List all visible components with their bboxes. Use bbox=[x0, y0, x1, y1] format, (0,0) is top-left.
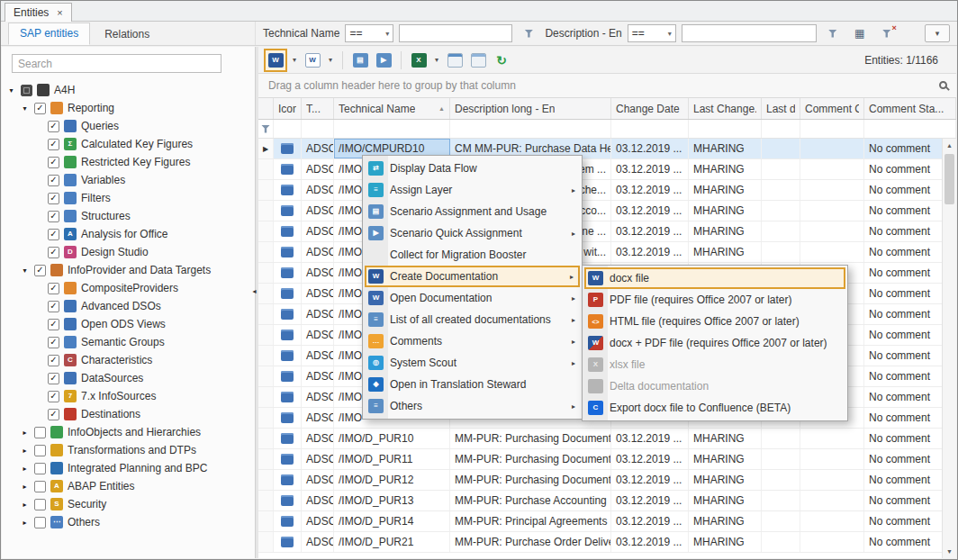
tree-item-queries[interactable]: ✓Queries bbox=[2, 117, 255, 135]
refresh-button[interactable]: ↻ bbox=[491, 50, 512, 71]
tree-item-structures[interactable]: ✓Structures bbox=[2, 207, 255, 225]
description-filter-input[interactable] bbox=[682, 24, 817, 42]
menu-item-docx-file[interactable]: Wdocx file bbox=[584, 267, 845, 289]
filter-cell-last-doc[interactable] bbox=[762, 120, 800, 138]
checkbox-checked[interactable]: ✓ bbox=[48, 319, 59, 330]
menu-item-pdf-file-requires-office-2007-or-later[interactable]: PPDF file (requires Office 2007 or later… bbox=[584, 289, 845, 311]
column-chooser-button[interactable]: ▦ bbox=[849, 23, 871, 43]
table-row[interactable]: ADSO/IMO/D_PUR21MM-PUR: Purchase Order D… bbox=[258, 532, 956, 553]
tree-item-calculated-key-figures[interactable]: ✓ΣCalculated Key Figures bbox=[2, 135, 255, 153]
filter-cell-t[interactable] bbox=[302, 120, 334, 138]
tree-item-integrated-planning-and-bpc[interactable]: ▸Integrated Planning and BPC bbox=[2, 459, 255, 477]
checkbox-checked[interactable]: ✓ bbox=[48, 283, 59, 294]
checkbox-checked[interactable]: ✓ bbox=[48, 337, 59, 348]
create-docx-button-dropdown[interactable]: ▾ bbox=[289, 56, 300, 64]
filter-cell-description-long-en[interactable] bbox=[450, 120, 611, 138]
scroll-up-icon[interactable]: ▲ bbox=[943, 142, 956, 149]
expander-expanded-icon[interactable]: ▾ bbox=[20, 266, 30, 275]
checkbox-checked[interactable]: ✓ bbox=[48, 409, 59, 420]
checkbox-checked[interactable]: ✓ bbox=[48, 121, 59, 132]
menu-item-collect-for-migration-booster[interactable]: Collect for Migration Booster bbox=[365, 244, 580, 266]
filter-cell-change-date[interactable] bbox=[611, 120, 689, 138]
filter-cell-comment-co[interactable] bbox=[800, 120, 864, 138]
column-header-t[interactable]: T... bbox=[302, 98, 334, 119]
expander-collapsed-icon[interactable]: ▸ bbox=[20, 465, 30, 473]
menu-item-others[interactable]: ≡Others▸ bbox=[365, 395, 580, 417]
expand-filter-panel-button[interactable]: ▾ bbox=[925, 24, 950, 42]
tree-item-a4h[interactable]: ▾A4H bbox=[2, 81, 255, 99]
menu-item-xlsx-file[interactable]: Xxlsx file bbox=[584, 354, 845, 375]
technical-name-operator-select[interactable]: == ▾ bbox=[345, 24, 393, 42]
checkbox-checked[interactable]: ✓ bbox=[48, 301, 59, 312]
menu-item-scenario-quick-assignment[interactable]: ▶Scenario Quick Assignment▸ bbox=[365, 222, 580, 244]
tree-item-abap-entities[interactable]: ▸AABAP Entities bbox=[2, 477, 255, 495]
filter-cell-icon[interactable] bbox=[274, 120, 302, 138]
expander-expanded-icon[interactable]: ▾ bbox=[20, 104, 30, 113]
create-docx-button[interactable]: W bbox=[264, 49, 287, 72]
menu-item-scenario-assignment-and-usage[interactable]: ▤Scenario Assignment and Usage bbox=[365, 201, 580, 222]
scroll-down-icon[interactable]: ▼ bbox=[943, 548, 956, 555]
scenario-usage-button[interactable]: ▶ bbox=[373, 50, 394, 71]
expander-collapsed-icon[interactable]: ▸ bbox=[20, 429, 30, 437]
menu-item-html-file-requires-office-2007-or-later[interactable]: <>HTML file (requires Office 2007 or lat… bbox=[584, 311, 845, 332]
tab-entities[interactable]: Entities × bbox=[5, 3, 72, 22]
column-header-last-doc[interactable]: Last doc. bbox=[762, 98, 800, 119]
column-header-icon[interactable]: Icon bbox=[274, 98, 302, 119]
expander-collapsed-icon[interactable]: ▸ bbox=[20, 501, 30, 509]
menu-item-list-of-all-created-documentations[interactable]: ≡List of all created documentations▸ bbox=[365, 309, 580, 330]
menu-item-open-documentation[interactable]: WOpen Documentation▸ bbox=[365, 287, 580, 309]
tree-item-transformations-and-dtps[interactable]: ▸Transformations and DTPs bbox=[2, 441, 255, 459]
tree-item-compositeproviders[interactable]: ✓CompositeProviders bbox=[2, 279, 255, 297]
checkbox-checked[interactable]: ✓ bbox=[48, 355, 59, 366]
filter-editor-button[interactable] bbox=[518, 23, 539, 43]
menu-item-open-in-translation-steward[interactable]: ◆Open in Translation Steward bbox=[365, 374, 580, 395]
checkbox-unchecked[interactable] bbox=[34, 427, 46, 438]
checkbox-checked[interactable]: ✓ bbox=[48, 157, 59, 168]
tree-item-design-studio[interactable]: ✓DDesign Studio bbox=[2, 243, 255, 261]
tree-item-destinations[interactable]: ✓Destinations bbox=[2, 405, 255, 423]
checkbox-checked[interactable]: ✓ bbox=[48, 229, 59, 240]
menu-item-assign-layer[interactable]: ≡Assign Layer▸ bbox=[365, 179, 580, 201]
group-by-panel[interactable]: Drag a column header here to group by th… bbox=[258, 74, 956, 98]
grid-layout-button[interactable] bbox=[467, 50, 489, 71]
tree-item-variables[interactable]: ✓Variables bbox=[2, 171, 255, 189]
checkbox-checked[interactable]: ✓ bbox=[34, 103, 46, 114]
apply-filter-button[interactable] bbox=[822, 23, 844, 43]
doc-template-button-dropdown[interactable]: ▾ bbox=[325, 56, 336, 64]
menu-item-comments[interactable]: …Comments▸ bbox=[365, 330, 580, 352]
scrollbar-thumb[interactable] bbox=[944, 154, 954, 204]
excel-export-button[interactable]: X bbox=[408, 50, 429, 71]
checkbox-unchecked[interactable] bbox=[34, 445, 46, 456]
auto-filter-row[interactable] bbox=[258, 120, 956, 139]
collapse-panel-icon[interactable]: ◄ bbox=[251, 288, 258, 294]
tree-item-filters[interactable]: ✓Filters bbox=[2, 189, 255, 207]
clear-filter-button[interactable]: × bbox=[876, 23, 898, 43]
tab-relations[interactable]: Relations bbox=[94, 24, 160, 45]
table-row[interactable]: ADSO/IMO/D_PUR10MM-PUR: Purchasing Docum… bbox=[258, 429, 956, 449]
tree-item-semantic-groups[interactable]: ✓Semantic Groups bbox=[2, 333, 255, 351]
expander-collapsed-icon[interactable]: ▸ bbox=[20, 483, 30, 491]
description-operator-select[interactable]: == ▾ bbox=[628, 24, 676, 42]
close-icon[interactable]: × bbox=[57, 7, 62, 18]
table-row[interactable]: ADSO/IMO/D_PUR14MM-PUR: Principal Agreem… bbox=[258, 511, 956, 532]
column-header-comment-co[interactable]: Comment Co... bbox=[800, 98, 864, 119]
copy-grid-button[interactable] bbox=[444, 50, 465, 71]
tree-item-others[interactable]: ▸⋯Others bbox=[2, 513, 255, 531]
menu-item-export-docx-file-to-confluence-beta[interactable]: CExport docx file to Confluence (BETA) bbox=[584, 397, 845, 419]
menu-item-system-scout[interactable]: ◎System Scout▸ bbox=[365, 352, 580, 374]
tree-item-reporting[interactable]: ▾✓Reporting bbox=[2, 99, 255, 117]
checkbox-unchecked[interactable] bbox=[34, 463, 46, 474]
checkbox-checked[interactable]: ✓ bbox=[48, 139, 59, 150]
column-header-change-date[interactable]: Change Date bbox=[611, 98, 689, 119]
expander-collapsed-icon[interactable]: ▸ bbox=[20, 519, 30, 527]
tab-sap-entities[interactable]: SAP entities bbox=[8, 23, 90, 45]
tree-item-restricted-key-figures[interactable]: ✓Restricted Key Figures bbox=[2, 153, 255, 171]
checkbox-checked[interactable]: ✓ bbox=[48, 211, 59, 222]
scenario-assignment-button[interactable]: ▤ bbox=[349, 50, 371, 71]
filter-cell-technical-name[interactable] bbox=[334, 120, 450, 138]
table-row[interactable]: ADSO/IMO/D_PUR12MM-PUR: Purchasing Docum… bbox=[258, 470, 956, 491]
column-header-technical-name[interactable]: Technical Name▲ bbox=[334, 98, 450, 119]
menu-item-docx-pdf-file-requires-office-2007-or-later[interactable]: Wdocx + PDF file (requires Office 2007 o… bbox=[584, 332, 845, 354]
table-row[interactable]: ADSO/IMO/D_PUR11MM-PUR: Purchasing Docum… bbox=[258, 449, 956, 470]
tree-item-infoobjects-and-hierarchies[interactable]: ▸InfoObjects and Hierarchies bbox=[2, 423, 255, 441]
